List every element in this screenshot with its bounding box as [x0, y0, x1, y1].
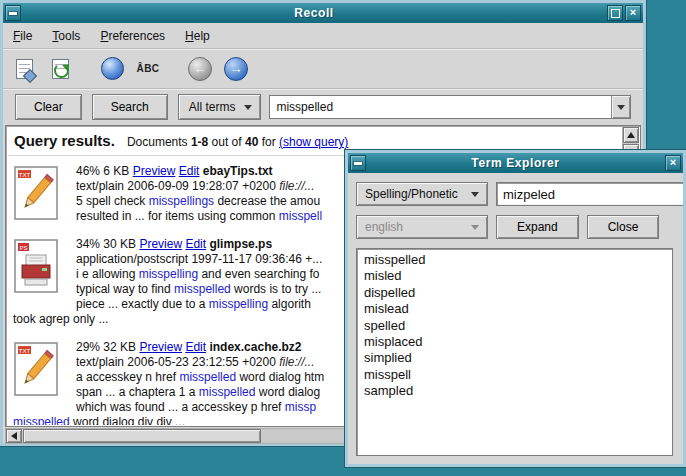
text-segment: which was found ... a accesskey p href [76, 400, 285, 414]
scroll-up-button[interactable] [623, 127, 639, 143]
term-explorer-icon: ÂBC [136, 63, 159, 74]
horizontal-scroll-thumb[interactable] [23, 429, 261, 443]
link[interactable]: Preview [133, 164, 176, 178]
text-segment: misspellings [149, 194, 214, 208]
menu-preferences[interactable]: Preferences [100, 29, 165, 43]
text-segment: misspelling [139, 267, 198, 281]
query-input[interactable] [270, 96, 611, 118]
text-segment: for [258, 135, 279, 149]
expansion-mode-combo[interactable]: Spelling/Phonetic [356, 182, 488, 206]
text-segment: decrease the amou [214, 194, 320, 208]
text-segment: typical way to find [76, 282, 174, 296]
expand-button[interactable]: Expand [496, 215, 579, 239]
svg-text:TXT: TXT [19, 348, 31, 354]
scroll-left-button[interactable] [6, 429, 22, 443]
term-list-item[interactable]: mislead [364, 301, 665, 317]
query-combo-dropdown[interactable] [611, 96, 630, 118]
text-segment: file://... [279, 355, 314, 369]
run-query-button[interactable] [97, 54, 127, 84]
text-segment: 34% 30 KB [76, 237, 139, 251]
text-segment: out of [208, 135, 245, 149]
chevron-down-icon [471, 225, 479, 230]
menu-tools[interactable]: Tools [52, 29, 80, 43]
window-menu-button[interactable] [5, 5, 21, 21]
language-combo[interactable]: english [356, 215, 488, 239]
maximize-button[interactable] [607, 5, 623, 21]
term-list[interactable]: misspelledmisleddispelledmisleadspelledm… [356, 248, 673, 456]
term-explorer-body: Spelling/Phonetic english Expand Close m… [348, 173, 683, 464]
search-button[interactable]: Search [92, 94, 168, 120]
expansion-mode-value: Spelling/Phonetic [365, 187, 458, 201]
text-segment: 29% 32 KB [76, 340, 139, 354]
text-segment: missp [285, 400, 316, 414]
text-segment: 5 spell check [76, 194, 149, 208]
menubar: FileToolsPreferencesHelp [3, 23, 643, 49]
close-button[interactable]: × [665, 155, 681, 171]
term-explorer-title: Term Explorer [368, 156, 663, 170]
link[interactable]: Edit [185, 340, 206, 354]
update-index-button[interactable] [45, 54, 75, 84]
term-explorer-window: Term Explorer × Spelling/Phonetic englis… [345, 150, 686, 467]
chevron-down-icon [244, 105, 252, 110]
text-segment: ebayTips.txt [203, 164, 273, 178]
svg-text:PS: PS [19, 245, 27, 251]
match-mode-value: All terms [189, 100, 236, 114]
next-page-button[interactable]: → [221, 54, 251, 84]
query-combo [269, 95, 631, 119]
term-list-item[interactable]: spelled [364, 318, 665, 334]
window-menu-icon [354, 162, 362, 165]
text-segment: a accesskey n href [76, 370, 179, 384]
menu-file[interactable]: File [13, 29, 32, 43]
term-list-item[interactable]: dispelled [364, 285, 665, 301]
term-list-item[interactable]: misled [364, 268, 665, 284]
svg-text:TXT: TXT [19, 172, 31, 178]
term-list-item[interactable]: sampled [364, 383, 665, 399]
link[interactable]: Preview [139, 237, 182, 251]
term-input[interactable] [496, 182, 683, 206]
link[interactable]: (show query) [279, 135, 348, 149]
match-mode-combo[interactable]: All terms [178, 94, 262, 120]
text-segment: text/plain 2006-05-23 23:12:55 +0200 [76, 355, 279, 369]
text-segment: 1-8 [191, 135, 208, 149]
text-segment: i e allowing [76, 267, 139, 281]
text-segment: word dialog [255, 385, 320, 399]
postscript-file-icon: PS [14, 239, 58, 293]
text-segment: resulted in ... for items using common [76, 209, 279, 223]
main-window-title: Recoll [23, 6, 605, 20]
clear-button[interactable]: Clear [15, 94, 82, 120]
term-explorer-button[interactable]: ÂBC [133, 54, 163, 84]
results-header-segments: Documents 1-8 out of 40 for (show query) [127, 135, 348, 149]
text-segment: glimpse.ps [209, 237, 272, 251]
text-segment: piece ... exactly due to a [76, 297, 209, 311]
previous-page-icon: ← [188, 57, 212, 81]
term-list-item[interactable]: misplaced [364, 334, 665, 350]
text-segment: misspelling [209, 297, 268, 311]
previous-page-button[interactable]: ← [185, 54, 215, 84]
clear-search-icon [16, 59, 33, 79]
close-term-explorer-button[interactable]: Close [587, 215, 660, 239]
search-bar: Clear Search All terms [3, 89, 643, 125]
term-list-item[interactable]: misspelled [364, 252, 665, 268]
text-segment: words is to try ... [231, 282, 322, 296]
text-segment: algorith [268, 297, 311, 311]
text-segment: word dialog htm [236, 370, 324, 384]
close-button[interactable]: × [625, 5, 641, 21]
text-segment: took agrep only ... [13, 312, 108, 326]
chevron-down-icon [471, 192, 479, 197]
text-segment: misspelled [13, 415, 70, 425]
link[interactable]: Preview [139, 340, 182, 354]
term-explorer-titlebar[interactable]: Term Explorer × [348, 153, 683, 173]
language-value: english [365, 220, 403, 234]
window-menu-button[interactable] [350, 155, 366, 171]
term-list-item[interactable]: simplied [364, 350, 665, 366]
clear-search-button[interactable] [9, 54, 39, 84]
text-segment: 40 [245, 135, 258, 149]
link[interactable]: Edit [179, 164, 200, 178]
text-segment: application/postscript 1997-11-17 09:36:… [76, 252, 322, 266]
term-list-item[interactable]: misspell [364, 367, 665, 383]
text-segment: file://... [279, 179, 314, 193]
main-titlebar[interactable]: Recoll × [3, 3, 643, 23]
menu-help[interactable]: Help [185, 29, 210, 43]
text-segment: and even searching fo [198, 267, 319, 281]
link[interactable]: Edit [185, 237, 206, 251]
